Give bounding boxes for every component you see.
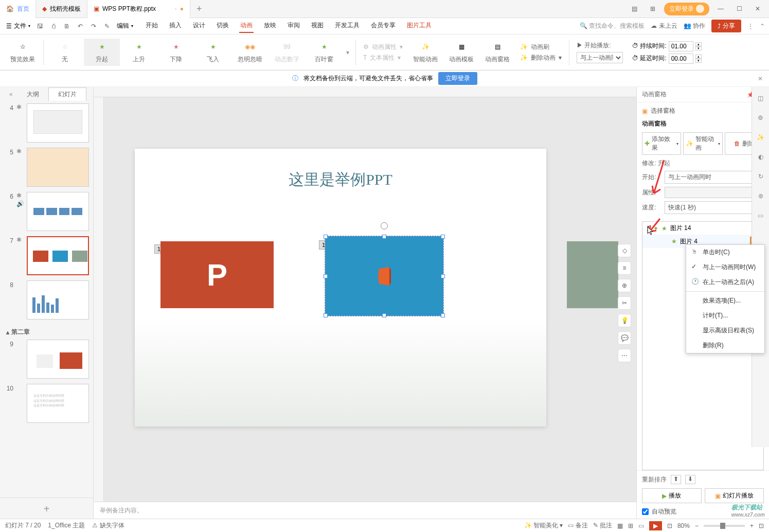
- grid-view[interactable]: ⊡: [667, 522, 672, 529]
- slides-tab[interactable]: 幻灯片: [48, 87, 86, 101]
- reading-view[interactable]: ▭: [638, 522, 644, 529]
- tab-transition[interactable]: 切换: [216, 19, 230, 33]
- slide-title[interactable]: 这里是举例PPT: [135, 169, 546, 190]
- tab-member[interactable]: 会员专享: [370, 19, 397, 33]
- missing-font-warning[interactable]: ⚠ 缺失字体: [92, 521, 124, 530]
- anim-descend[interactable]: ★下降: [158, 39, 194, 66]
- zoom-slider[interactable]: [704, 525, 745, 527]
- notes-toggle[interactable]: ▭ 备注: [568, 521, 587, 530]
- tab-dropdown-icon[interactable]: ▫: [174, 5, 176, 12]
- tab-animation[interactable]: 动画: [239, 19, 254, 33]
- slide-thumb-6[interactable]: [27, 192, 89, 231]
- rt-library[interactable]: ▭: [756, 210, 766, 221]
- anim-blinds[interactable]: ★百叶窗: [306, 39, 342, 66]
- tab-design[interactable]: 设计: [192, 19, 206, 33]
- annotate-toggle[interactable]: ✎ 批注: [593, 521, 612, 530]
- shape-green[interactable]: [567, 241, 618, 308]
- add-slide-button[interactable]: +: [0, 498, 93, 520]
- document-tab[interactable]: ▣ WPS PPT教程.pptx ▫ ●: [87, 0, 190, 18]
- zoom-tool[interactable]: ⊕: [618, 279, 631, 292]
- animation-brush[interactable]: ✨ 动画刷: [520, 43, 562, 51]
- more-tool[interactable]: ⋯: [618, 349, 631, 362]
- print-icon[interactable]: ⎙: [48, 21, 59, 32]
- crop-tool[interactable]: ✂: [618, 296, 631, 310]
- slide-thumb-5[interactable]: [27, 148, 89, 187]
- tab-start[interactable]: 开始: [145, 19, 159, 33]
- undo-icon[interactable]: ↶: [75, 21, 86, 32]
- apps-icon[interactable]: ⊞: [646, 5, 660, 12]
- rt-settings[interactable]: ⚙: [756, 113, 766, 123]
- comment-tool[interactable]: 💬: [618, 331, 631, 345]
- close-button[interactable]: ✕: [750, 5, 765, 12]
- resize-handle-n[interactable]: [382, 235, 386, 239]
- redo-icon[interactable]: ↷: [88, 21, 99, 32]
- tab-insert[interactable]: 插入: [168, 19, 183, 33]
- tab-view[interactable]: 视图: [310, 19, 325, 33]
- rt-properties[interactable]: ⊛: [756, 191, 766, 201]
- slideshow-view[interactable]: ▶: [649, 521, 662, 530]
- sorter-view[interactable]: ⊞: [628, 522, 633, 529]
- slide-thumb-4[interactable]: [27, 103, 89, 143]
- play-button[interactable]: ▶播放: [642, 488, 702, 503]
- zoom-value[interactable]: 80%: [677, 522, 690, 529]
- rt-navigator[interactable]: ◫: [756, 93, 766, 103]
- template-tab[interactable]: ◆ 找稻壳模板: [36, 0, 87, 18]
- resize-handle-nw[interactable]: [324, 235, 328, 239]
- slide-thumb-7[interactable]: [27, 236, 89, 275]
- delay-spinner[interactable]: ▴▾: [695, 55, 702, 63]
- format-painter-icon[interactable]: ✎: [101, 21, 113, 32]
- zoom-in[interactable]: +: [750, 522, 754, 529]
- smart-beautify[interactable]: ✨ 智能美化 ▾: [524, 521, 563, 530]
- animation-template[interactable]: ▦动画模板: [444, 39, 479, 66]
- anim-flyin[interactable]: ★飞入: [195, 39, 231, 66]
- collab-button[interactable]: 👥 协作: [684, 22, 705, 30]
- home-tab[interactable]: 🏠 首页: [0, 0, 36, 18]
- minimize-button[interactable]: —: [713, 5, 728, 12]
- shape-powerpoint[interactable]: [160, 241, 274, 308]
- move-up-button[interactable]: ⬆: [671, 475, 681, 484]
- ctx-timing[interactable]: 计时(T)...: [686, 308, 764, 323]
- search-input[interactable]: 🔍 查找命令、搜索模板: [580, 22, 645, 30]
- ctx-remove[interactable]: 删除(R): [686, 338, 764, 353]
- delete-animation[interactable]: ✨ 删除动画 ▾: [520, 54, 562, 62]
- tab-review[interactable]: 审阅: [287, 19, 301, 33]
- layout-icon[interactable]: ▤: [627, 5, 641, 12]
- new-tab-button[interactable]: +: [190, 4, 208, 14]
- edit-menu[interactable]: 编辑▾: [115, 22, 135, 30]
- resize-handle-sw[interactable]: [324, 313, 328, 317]
- idea-tool[interactable]: 💡: [618, 314, 631, 327]
- theme-name[interactable]: 1_Office 主题: [48, 521, 85, 530]
- slide-thumb-10[interactable]: 这是文档示例说明内容这是文档示例说明内容这是文档示例说明内容: [27, 384, 89, 423]
- anim-numbers[interactable]: 99动态数字: [269, 39, 305, 66]
- slide-thumb-8[interactable]: [27, 280, 89, 320]
- section-header[interactable]: ▴第二章: [4, 325, 89, 340]
- slide-canvas[interactable]: 这里是举例PPT 1 1: [135, 149, 546, 427]
- ctx-with-previous[interactable]: ✓与上一动画同时(W): [686, 260, 764, 275]
- speed-select[interactable]: 快速(1 秒)▾: [665, 201, 764, 214]
- duration-spinner[interactable]: ▴▾: [695, 42, 702, 50]
- smart-animation[interactable]: ✨智能动画: [408, 39, 443, 66]
- slide-thumb-9[interactable]: [27, 340, 89, 379]
- banner-login-button[interactable]: 立即登录: [438, 72, 477, 85]
- preview-icon[interactable]: 🗎: [61, 21, 73, 32]
- resize-handle-s[interactable]: [382, 313, 386, 317]
- anim-gallery-more[interactable]: ▾: [343, 49, 352, 56]
- anim-ascend[interactable]: ★上升: [121, 39, 157, 66]
- rt-refresh[interactable]: ↻: [756, 171, 766, 182]
- cloud-status[interactable]: ☁ 未上云: [651, 22, 677, 30]
- move-down-button[interactable]: ⬇: [685, 475, 695, 484]
- menu-button[interactable]: ☰文件▾: [4, 22, 32, 30]
- notes-area[interactable]: 举例备注内容。: [94, 502, 636, 520]
- ai-tool[interactable]: ◇: [618, 244, 631, 257]
- anim-rise[interactable]: ★升起: [84, 39, 120, 66]
- anim-none[interactable]: ☆无: [47, 39, 83, 66]
- animation-pane-button[interactable]: ▤动画窗格: [480, 39, 515, 66]
- fit-view[interactable]: ⊡: [759, 522, 764, 529]
- add-effect-button[interactable]: ✚添加效果▾: [642, 132, 681, 155]
- start-play-select[interactable]: 与上一动画同时: [577, 52, 623, 63]
- shape-office[interactable]: [325, 236, 443, 316]
- tab-slideshow[interactable]: 放映: [263, 19, 277, 33]
- delay-input[interactable]: [669, 54, 693, 64]
- resize-handle-ne[interactable]: [441, 235, 445, 239]
- preview-effect-button[interactable]: ☆ 预览效果: [5, 39, 40, 66]
